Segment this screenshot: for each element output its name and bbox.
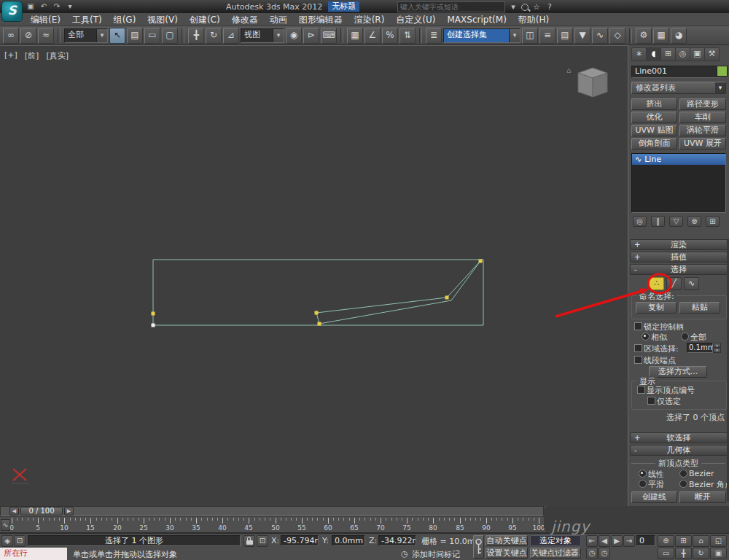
menu-item-views[interactable]: 视图(V) xyxy=(141,13,184,26)
modifier-button-turbosmooth[interactable]: 涡轮平滑 xyxy=(679,125,726,136)
z-coordinate-field[interactable]: -34.922mm xyxy=(378,535,416,546)
selection-filter-dropdown[interactable]: 全部 ▾ xyxy=(64,28,108,43)
render-production-icon[interactable]: ◕ xyxy=(671,28,687,44)
orbit-icon[interactable]: ↻ xyxy=(693,548,709,559)
menu-item-modifiers[interactable]: 修改器 xyxy=(226,13,264,26)
rollout-interpolation[interactable]: + 插值 xyxy=(630,252,728,262)
frame-back-icon[interactable]: ◀ xyxy=(9,507,19,516)
rectangular-selection-region-icon[interactable]: ▭ xyxy=(144,28,160,44)
previous-frame-icon[interactable]: ◀ xyxy=(599,535,610,547)
isolate-selection-icon[interactable]: ◈ xyxy=(1,535,13,547)
viewcube-home-icon[interactable]: ⌂ xyxy=(566,66,571,74)
lock-handles-checkbox[interactable] xyxy=(634,322,642,330)
select-and-link-icon[interactable]: ∞ xyxy=(3,28,19,44)
maximize-viewport-icon[interactable]: ▣ xyxy=(710,548,727,559)
search-dropdown-icon[interactable]: ▾ xyxy=(508,2,518,12)
favorites-star-icon[interactable]: ☆ xyxy=(531,2,542,12)
menu-item-customize[interactable]: 自定义(U) xyxy=(390,13,441,26)
vertex-marker[interactable] xyxy=(318,322,321,326)
go-to-end-icon[interactable]: ⇥ xyxy=(623,535,635,547)
stack-item-line[interactable]: ∿ Line xyxy=(632,154,725,165)
menu-item-help[interactable]: 帮助(H) xyxy=(512,13,555,26)
app-logo-icon[interactable]: S xyxy=(1,1,23,22)
modifier-list-dropdown[interactable]: 修改器列表 ▾ xyxy=(631,82,726,94)
area-selection-checkbox[interactable] xyxy=(634,344,642,352)
chevron-down-icon[interactable]: ▾ xyxy=(273,29,284,42)
viewport-menu-general[interactable]: [+] xyxy=(4,50,17,61)
layer-manager-icon[interactable]: ▤ xyxy=(557,28,573,44)
current-frame-field[interactable]: 0 xyxy=(636,535,655,546)
absolute-offset-mode-icon[interactable]: ⊡ xyxy=(257,535,268,547)
spline-subobject-icon[interactable]: ∿ xyxy=(684,277,699,290)
pan-icon[interactable]: ╋ xyxy=(675,548,692,559)
show-vertex-numbers-checkbox[interactable] xyxy=(637,386,645,394)
help-icon[interactable]: ? xyxy=(545,2,555,12)
menu-item-edit[interactable]: 编辑(E) xyxy=(25,13,66,26)
break-button[interactable]: 断开 xyxy=(679,491,726,503)
tab-modify[interactable]: ◖ xyxy=(646,47,661,61)
viewport-menu-shading[interactable]: [真实] xyxy=(46,50,69,61)
menu-item-maxscript[interactable]: MAXScript(M) xyxy=(442,13,512,26)
area-selection-spinner[interactable]: 0.1mm ▴▾ xyxy=(687,343,721,353)
segment-subobject-icon[interactable]: ╱ xyxy=(666,277,682,290)
chevron-down-icon[interactable]: ▾ xyxy=(96,29,107,42)
spline-rectangle[interactable] xyxy=(153,260,483,325)
vertex-marker[interactable] xyxy=(152,312,155,316)
unlink-selection-icon[interactable]: ⊘ xyxy=(20,28,36,44)
tab-create[interactable]: ∗ xyxy=(631,47,647,61)
pin-stack-icon[interactable]: ◎ xyxy=(633,216,647,227)
spinner-snap-icon[interactable]: ⇅ xyxy=(399,28,416,44)
viewcube[interactable]: ⌂ xyxy=(565,64,616,104)
spline-shape[interactable] xyxy=(0,46,628,507)
named-selection-set-dropdown[interactable]: 创建选择集 ▾ xyxy=(443,28,521,43)
vertex-subobject-icon[interactable]: ∴ xyxy=(649,277,664,290)
copy-button[interactable]: 复制 xyxy=(636,302,677,314)
menu-item-create[interactable]: 创建(C) xyxy=(184,13,226,26)
tab-display[interactable]: ▣ xyxy=(690,47,705,61)
bezier-radio[interactable] xyxy=(679,470,687,478)
vertex-marker[interactable] xyxy=(479,260,483,263)
selected-only-checkbox[interactable] xyxy=(647,397,655,405)
menu-item-graph-editors[interactable]: 图形编辑器 xyxy=(293,13,348,26)
modifier-button-path-deform[interactable]: 路径变形 xyxy=(679,98,726,110)
maxscript-mini-listener[interactable]: 所在行 xyxy=(0,548,67,560)
search-icon[interactable] xyxy=(521,4,529,11)
bind-to-space-warp-icon[interactable]: ≈ xyxy=(38,28,54,44)
modifier-stack[interactable]: ∿ Line xyxy=(631,153,726,213)
select-and-manipulate-icon[interactable]: ⊳ xyxy=(303,28,319,44)
keyboard-shortcut-override-icon[interactable]: ⌨ xyxy=(321,28,337,44)
rollout-geometry[interactable]: - 几何体 xyxy=(630,445,728,456)
key-filters-button[interactable]: 关键点过滤器... xyxy=(530,548,581,559)
undo-icon[interactable]: ↶ xyxy=(38,1,50,12)
spline-blade[interactable] xyxy=(316,261,480,324)
mini-curve-editor-icon[interactable]: ∿ xyxy=(1,519,10,531)
align-icon[interactable]: ≡ xyxy=(539,28,555,44)
configure-modifier-sets-icon[interactable]: ⊞ xyxy=(706,216,720,227)
zoom-extents-all-icon[interactable]: ◱ xyxy=(710,535,727,547)
vertex-marker[interactable] xyxy=(315,311,319,315)
time-slider-handle[interactable]: 0 / 100 xyxy=(20,507,63,516)
select-by-name-icon[interactable]: ▤ xyxy=(127,28,143,44)
selected-filter-dropdown[interactable]: 选定对象 xyxy=(530,535,581,546)
select-object-icon[interactable]: ↖ xyxy=(109,28,125,44)
selection-lock-icon[interactable] xyxy=(243,535,255,547)
rendered-frame-window-icon[interactable]: ▦ xyxy=(653,28,669,44)
graphite-ribbon-icon[interactable]: ▼ xyxy=(574,28,590,44)
menu-item-tools[interactable]: 工具(T) xyxy=(66,13,108,26)
search-input[interactable] xyxy=(397,1,505,12)
snap-toggle-icon[interactable]: ▦ xyxy=(347,28,363,44)
key-mode-toggle-icon[interactable]: ◷ xyxy=(586,548,598,559)
add-time-tag-label[interactable]: 添加时间标记 xyxy=(412,549,460,560)
select-by-button[interactable]: 选择方式... xyxy=(649,366,707,378)
save-icon[interactable]: ▣ xyxy=(25,1,36,12)
redo-icon[interactable]: ↷ xyxy=(51,1,63,12)
modifier-button-lathe[interactable]: 车削 xyxy=(679,112,726,123)
select-and-move-icon[interactable]: ╋ xyxy=(188,28,204,44)
object-color-swatch[interactable] xyxy=(717,66,728,77)
vertex-marker[interactable] xyxy=(445,296,449,300)
bezier-corner-radio[interactable] xyxy=(679,480,687,488)
play-animation-icon[interactable]: ▶ xyxy=(611,535,623,547)
first-vertex-marker[interactable] xyxy=(152,324,155,327)
all-radio[interactable] xyxy=(681,332,689,341)
y-coordinate-field[interactable]: 0.0mm xyxy=(332,535,365,546)
